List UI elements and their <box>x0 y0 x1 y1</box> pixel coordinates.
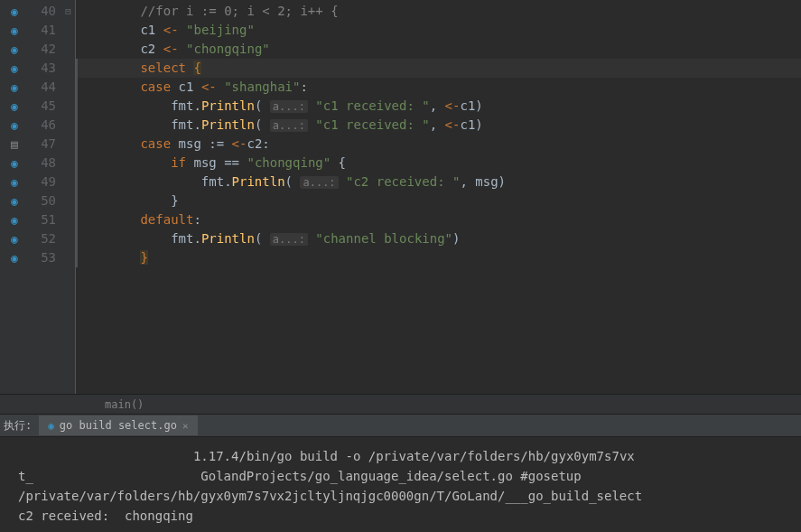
fold-marker[interactable] <box>61 173 75 191</box>
code-line[interactable]: } <box>76 248 801 267</box>
code-line[interactable]: c2 <- "chongqing" <box>76 40 801 59</box>
token: case <box>140 136 178 151</box>
token: c2: <box>247 136 269 151</box>
fold-marker[interactable] <box>61 21 75 40</box>
token: ) <box>475 117 482 132</box>
breakpoint-icon[interactable]: ◉ <box>11 154 18 173</box>
token <box>339 174 346 189</box>
fold-marker[interactable] <box>61 229 75 248</box>
run-tool-label: 执行: <box>0 418 39 434</box>
code-line[interactable]: } <box>76 191 801 210</box>
breakpoint-icon[interactable]: ◉ <box>11 78 18 97</box>
editor-area: ◉◉◉◉◉◉◉▤◉◉◉◉◉◉ 4041424344454647484950515… <box>0 0 801 394</box>
line-number[interactable]: 40 <box>29 2 61 21</box>
code-editor[interactable]: //for i := 0; i < 2; i++ { c1 <- "beijin… <box>76 0 801 394</box>
token: ( <box>255 231 270 246</box>
breakpoint-icon[interactable]: ◉ <box>11 191 18 210</box>
token: <- <box>232 136 247 151</box>
line-number[interactable]: 53 <box>29 248 61 267</box>
token: fmt. <box>171 98 201 113</box>
line-number[interactable]: 48 <box>29 154 61 173</box>
code-line[interactable]: c1 <- "beijing" <box>76 21 801 40</box>
code-line[interactable]: select { <box>76 59 801 78</box>
fold-marker[interactable] <box>61 191 75 210</box>
token: c1 <box>140 23 163 37</box>
line-number[interactable]: 51 <box>29 210 61 229</box>
token: ) <box>475 98 482 113</box>
fold-gutter[interactable]: ⊟ <box>61 0 76 394</box>
breakpoint-icon[interactable]: ◉ <box>11 2 18 21</box>
token: c1 <box>179 79 201 94</box>
code-line[interactable]: default: <box>76 210 801 229</box>
token: <- <box>201 79 217 94</box>
breakpoint-icon[interactable]: ◉ <box>11 248 18 267</box>
line-number[interactable]: 45 <box>29 97 61 116</box>
breakpoint-icon[interactable]: ◉ <box>11 40 18 59</box>
token: case <box>140 79 178 94</box>
breakpoint-icon[interactable]: ▤ <box>11 135 18 154</box>
token: c2 <box>140 42 163 56</box>
terminal-tab-label: go build select.go <box>60 419 177 432</box>
fold-marker[interactable] <box>61 78 75 97</box>
terminal-line: 1.17.4/bin/go build -o /private/var/fold… <box>18 446 788 466</box>
token <box>179 23 186 37</box>
breakpoint-icon[interactable]: ◉ <box>11 210 18 229</box>
breakpoint-icon[interactable]: ◉ <box>11 97 18 116</box>
terminal-header: 执行: ◉ go build select.go ✕ <box>0 414 801 437</box>
breakpoint-gutter[interactable]: ◉◉◉◉◉◉◉▤◉◉◉◉◉◉ <box>0 0 29 394</box>
line-number[interactable]: 52 <box>29 229 61 248</box>
token: if <box>171 155 193 170</box>
code-line[interactable]: fmt.Println( a...: "c1 received: ", <-c1… <box>76 97 801 116</box>
token: "c2 received: " <box>346 174 460 189</box>
breakpoint-icon[interactable]: ◉ <box>11 59 18 78</box>
breadcrumb[interactable]: main() <box>0 394 801 414</box>
fold-marker[interactable]: ⊟ <box>61 2 75 21</box>
token: } <box>171 193 178 208</box>
line-number[interactable]: 42 <box>29 40 61 59</box>
code-line[interactable]: fmt.Println( a...: "c1 received: ", <-c1… <box>76 116 801 135</box>
line-number[interactable]: 47 <box>29 135 61 154</box>
breakpoint-icon[interactable]: ◉ <box>11 116 18 135</box>
token: c1 <box>460 117 475 132</box>
token: , <box>430 98 445 113</box>
code-line[interactable]: fmt.Println( a...: "c2 received: ", msg) <box>76 173 801 191</box>
line-number[interactable]: 50 <box>29 191 61 210</box>
token: a...: <box>270 233 308 246</box>
code-line[interactable]: fmt.Println( a...: "channel blocking") <box>76 229 801 248</box>
fold-marker[interactable] <box>61 59 75 78</box>
breadcrumb-item[interactable]: main() <box>105 398 144 411</box>
token: ( <box>255 117 270 132</box>
line-number-gutter[interactable]: 4041424344454647484950515253 <box>29 0 61 394</box>
token <box>179 42 186 56</box>
terminal-output[interactable]: 1.17.4/bin/go build -o /private/var/fold… <box>0 437 801 531</box>
token: ( <box>255 98 270 113</box>
token: a...: <box>270 100 308 113</box>
code-line[interactable]: if msg == "chongqing" { <box>76 154 801 173</box>
fold-marker[interactable] <box>61 154 75 173</box>
line-number[interactable]: 43 <box>29 59 61 78</box>
line-number[interactable]: 41 <box>29 21 61 40</box>
line-number[interactable]: 44 <box>29 78 61 97</box>
token: } <box>140 250 147 265</box>
fold-marker[interactable] <box>61 135 75 154</box>
code-line[interactable]: case msg := <-c2: <box>76 135 801 154</box>
token: a...: <box>270 119 308 132</box>
code-line[interactable]: //for i := 0; i < 2; i++ { <box>76 2 801 21</box>
token: default <box>140 212 193 227</box>
line-number[interactable]: 49 <box>29 173 61 191</box>
fold-marker[interactable] <box>61 116 75 135</box>
fold-marker[interactable] <box>61 97 75 116</box>
line-number[interactable]: 46 <box>29 116 61 135</box>
fold-marker[interactable] <box>61 40 75 59</box>
token <box>217 79 224 94</box>
breakpoint-icon[interactable]: ◉ <box>11 21 18 40</box>
token: , msg <box>460 174 498 189</box>
fold-marker[interactable] <box>61 248 75 267</box>
fold-marker[interactable] <box>61 210 75 229</box>
close-icon[interactable]: ✕ <box>182 420 189 432</box>
token: msg == <box>193 155 247 170</box>
terminal-tab[interactable]: ◉ go build select.go ✕ <box>39 415 197 435</box>
breakpoint-icon[interactable]: ◉ <box>11 173 18 191</box>
code-line[interactable]: case c1 <- "shanghai": <box>76 78 801 97</box>
breakpoint-icon[interactable]: ◉ <box>11 229 18 248</box>
